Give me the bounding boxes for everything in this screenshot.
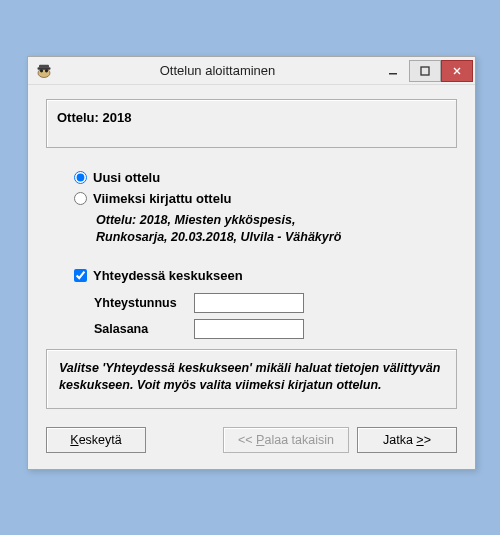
minimize-button[interactable] <box>377 60 409 82</box>
button-row: Keskeytä << Palaa takaisin Jatka >> <box>46 427 457 453</box>
connect-checkbox-label: Yhteydessä keskukseen <box>93 268 243 283</box>
svg-rect-5 <box>389 73 397 75</box>
radio-new-match[interactable] <box>74 171 87 184</box>
next-button[interactable]: Jatka >> <box>357 427 457 453</box>
svg-point-3 <box>40 69 43 72</box>
connection-id-row: Yhteystunnus <box>94 293 457 313</box>
app-icon <box>36 64 52 78</box>
radio-last-match-label: Viimeksi kirjattu ottelu <box>93 191 231 206</box>
info-box: Valitse 'Yhteydessä keskukseen' mikäli h… <box>46 349 457 409</box>
match-mode-radio-group: Uusi ottelu Viimeksi kirjattu ottelu Ott… <box>74 170 457 246</box>
svg-point-4 <box>45 69 48 72</box>
radio-new-match-row: Uusi ottelu <box>74 170 457 185</box>
password-label: Salasana <box>94 322 194 336</box>
radio-last-match-row: Viimeksi kirjattu ottelu <box>74 191 457 206</box>
password-row: Salasana <box>94 319 457 339</box>
back-button: << Palaa takaisin <box>223 427 349 453</box>
connect-checkbox[interactable] <box>74 269 87 282</box>
dialog-body: Ottelu: 2018 Uusi ottelu Viimeksi kirjat… <box>28 85 475 469</box>
match-info-box: Ottelu: 2018 <box>46 99 457 148</box>
close-button[interactable] <box>441 60 473 82</box>
last-match-details: Ottelu: 2018, Miesten ykköspesis, Runkos… <box>96 212 356 246</box>
svg-point-0 <box>38 68 50 77</box>
dialog-window: Ottelun aloittaminen Ottelu: 2018 Uusi o… <box>27 56 476 470</box>
window-title: Ottelun aloittaminen <box>58 63 377 78</box>
cancel-button[interactable]: Keskeytä <box>46 427 146 453</box>
button-spacer <box>154 427 215 453</box>
match-info-label: Ottelu: 2018 <box>57 110 131 125</box>
connection-id-label: Yhteystunnus <box>94 296 194 310</box>
svg-rect-6 <box>421 67 429 75</box>
svg-rect-2 <box>39 64 49 67</box>
maximize-button[interactable] <box>409 60 441 82</box>
connection-id-input[interactable] <box>194 293 304 313</box>
connect-checkbox-row: Yhteydessä keskukseen <box>74 268 457 283</box>
password-input[interactable] <box>194 319 304 339</box>
window-controls <box>377 60 473 82</box>
radio-new-match-label: Uusi ottelu <box>93 170 160 185</box>
credentials-block: Yhteystunnus Salasana <box>94 293 457 339</box>
titlebar: Ottelun aloittaminen <box>28 57 475 85</box>
radio-last-match[interactable] <box>74 192 87 205</box>
